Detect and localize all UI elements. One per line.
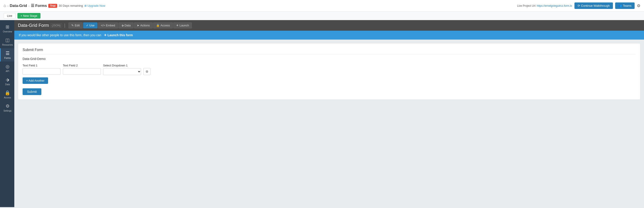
- subheader: Live + New Stage: [0, 12, 644, 20]
- tab-data[interactable]: ⬗ Data: [118, 22, 134, 28]
- tab-embed[interactable]: </> Embed: [98, 22, 118, 28]
- embed-icon: </>: [101, 24, 105, 27]
- walkthrough-label: Continue Walkthrough: [581, 4, 610, 8]
- data-icon: ⬗: [6, 77, 9, 82]
- api-icon: ◎: [6, 64, 10, 69]
- tab-use[interactable]: ✓ Use: [83, 22, 98, 28]
- teams-label: Teams: [623, 4, 632, 8]
- title-divider: |: [64, 23, 65, 28]
- field-text1: Text Field 1: [22, 64, 60, 75]
- field-text1-input[interactable]: [22, 68, 60, 75]
- field-select1-input[interactable]: [103, 68, 141, 75]
- field-text2: Text Field 2: [63, 64, 101, 75]
- sep2: ›: [28, 4, 30, 8]
- forms-list-icon: ☰: [31, 3, 34, 8]
- walkthrough-button[interactable]: ⟳ Continue Walkthrough: [574, 2, 613, 9]
- tab-edit[interactable]: ✎ Edit: [68, 22, 82, 28]
- tab-launch[interactable]: ✈ Launch: [173, 22, 192, 28]
- teams-icon: 👥: [618, 4, 622, 8]
- access-icon: 🔒: [5, 90, 10, 96]
- sidebar-item-label-data: Data: [5, 83, 10, 86]
- sidebar-item-label-api: API: [6, 70, 9, 72]
- new-stage-button[interactable]: + New Stage: [18, 13, 40, 18]
- info-banner: If you would like other people to use th…: [14, 31, 644, 40]
- launch-icon: ✈: [176, 24, 179, 27]
- sidebar-item-resources[interactable]: ◫ Resources: [0, 35, 14, 48]
- banner-text: If you would like other people to use th…: [19, 33, 101, 37]
- delete-row-icon: ⚙: [146, 70, 148, 73]
- json-badge[interactable]: {JSON}: [50, 24, 62, 28]
- sidebar-item-label-settings: Settings: [3, 110, 12, 112]
- tab-access-label: Access: [160, 24, 170, 27]
- tab-launch-label: Launch: [180, 24, 189, 27]
- sidebar-item-label-resources: Resources: [2, 44, 13, 46]
- sep1: ›: [8, 4, 8, 8]
- field-text1-label: Text Field 1: [22, 64, 60, 67]
- edit-icon: ✎: [71, 24, 74, 27]
- form-title-text: Data-Grid Form: [18, 23, 49, 28]
- form-content: Submit Form Data-Grid-Demo Text Field 1 …: [18, 43, 640, 100]
- field-text2-label: Text Field 2: [63, 64, 101, 67]
- settings-gear-icon[interactable]: ⚙: [637, 3, 640, 8]
- tab-access[interactable]: 🔒 Access: [153, 22, 173, 28]
- field-select1: Select Dropdown 1: [103, 64, 141, 75]
- access-tab-icon: 🔒: [156, 24, 160, 27]
- upgrade-link[interactable]: ⊕ Upgrade Now: [84, 4, 105, 8]
- field-select1-label: Select Dropdown 1: [103, 64, 141, 67]
- teams-button[interactable]: 👥 Teams: [615, 2, 634, 9]
- breadcrumb-forms[interactable]: ☰ Forms: [31, 3, 47, 8]
- sidebar-item-overview[interactable]: ⊞ Overview: [0, 22, 14, 35]
- settings-icon: ⚙: [6, 103, 10, 109]
- form-content-title: Submit Form: [22, 48, 636, 54]
- walkthrough-icon: ⟳: [578, 4, 580, 8]
- use-icon: ✓: [86, 24, 88, 27]
- topbar-right: Live Project Url: https://errwtgoiegutrc…: [517, 2, 640, 9]
- tab-bar: ✎ Edit ✓ Use </> Embed ⬗ Data ➤ Action: [68, 22, 192, 28]
- sidebar-item-access[interactable]: 🔒 Access: [0, 88, 14, 101]
- main-layout: ⊞ Overview ◫ Resources ☰ Forms ◎ API ⬗ D…: [0, 20, 644, 207]
- sidebar-item-label-forms: Forms: [4, 57, 10, 59]
- home-icon[interactable]: ⌂: [4, 3, 6, 8]
- banner-link-icon: ✈: [104, 33, 107, 37]
- form-title-area: Data-Grid Form {JSON} |: [18, 23, 66, 28]
- trial-badge: Trial: [48, 4, 58, 8]
- resources-icon: ◫: [5, 37, 10, 43]
- banner-link-label: Launch this form: [108, 33, 133, 37]
- tab-edit-label: Edit: [75, 24, 80, 27]
- topbar-left: ⌂ › Data-Grid › ☰ Forms Trial 30 Days re…: [4, 3, 515, 8]
- tab-use-label: Use: [90, 24, 94, 27]
- topbar: ⌂ › Data-Grid › ☰ Forms Trial 30 Days re…: [0, 0, 644, 12]
- forms-icon: ☰: [6, 50, 10, 56]
- sidebar-item-forms[interactable]: ☰ Forms: [0, 48, 14, 62]
- tab-data-label: Data: [124, 24, 130, 27]
- sidebar-item-label-overview: Overview: [3, 30, 12, 33]
- overview-icon: ⊞: [6, 24, 10, 30]
- form-grid-row: Text Field 1 Text Field 2 Select Dropdow…: [22, 64, 636, 75]
- sidebar-item-data[interactable]: ⬗ Data: [0, 75, 14, 88]
- live-url-link[interactable]: https://errwtgoiegutrcz.form.io: [537, 4, 572, 8]
- form-demo-name: Data-Grid-Demo: [22, 57, 636, 60]
- banner-space: [102, 33, 103, 37]
- forms-label: Forms: [35, 4, 47, 8]
- launch-form-link[interactable]: ✈ Launch this form: [104, 33, 133, 37]
- data-tab-icon: ⬗: [122, 24, 124, 27]
- subheader-left: Live + New Stage: [4, 13, 40, 18]
- breadcrumb-datagrid[interactable]: Data-Grid: [10, 4, 27, 8]
- content-area: Data-Grid Form {JSON} | ✎ Edit ✓ Use </>…: [14, 20, 644, 207]
- sidebar-item-settings[interactable]: ⚙ Settings: [0, 101, 14, 114]
- sidebar: ⊞ Overview ◫ Resources ☰ Forms ◎ API ⬗ D…: [0, 20, 14, 207]
- add-another-button[interactable]: + Add Another: [22, 78, 48, 84]
- delete-row-button[interactable]: ⚙: [143, 68, 150, 75]
- field-text2-input[interactable]: [63, 68, 101, 75]
- tab-embed-label: Embed: [106, 24, 115, 27]
- live-url-label: Live Project Url: https://errwtgoiegutrc…: [517, 4, 572, 8]
- sidebar-item-api[interactable]: ◎ API: [0, 62, 14, 75]
- form-header: Data-Grid Form {JSON} | ✎ Edit ✓ Use </>…: [14, 20, 644, 31]
- days-remaining: 30 Days remaining: [58, 4, 83, 8]
- sidebar-item-label-access: Access: [4, 96, 11, 99]
- tab-live[interactable]: Live: [4, 13, 16, 18]
- submit-button[interactable]: Submit: [22, 88, 41, 95]
- tab-actions-label: Actions: [140, 24, 150, 27]
- actions-icon: ➤: [137, 24, 139, 27]
- tab-actions[interactable]: ➤ Actions: [134, 22, 153, 28]
